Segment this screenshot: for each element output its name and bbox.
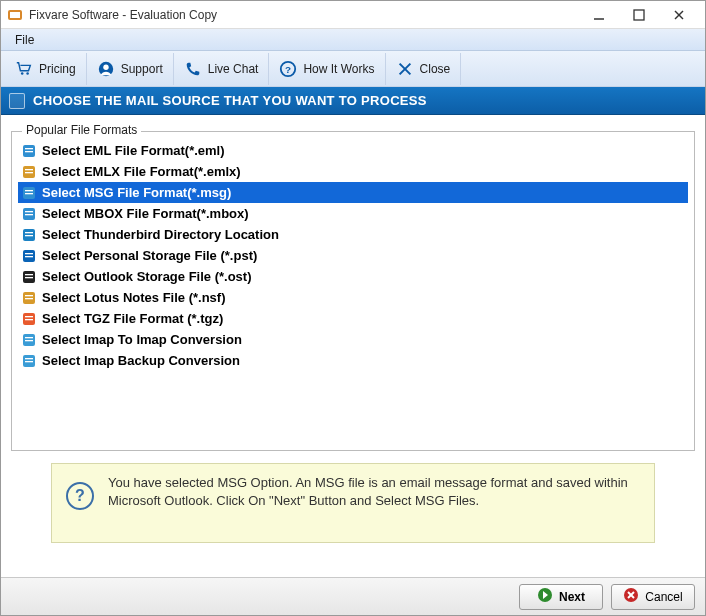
file-format-icon xyxy=(22,270,36,284)
format-label: Select EMLX File Format(*.emlx) xyxy=(42,164,241,179)
format-label: Select EML File Format(*.eml) xyxy=(42,143,225,158)
step-banner: CHOOSE THE MAIL SOURCE THAT YOU WANT TO … xyxy=(1,87,705,115)
format-option[interactable]: Select TGZ File Format (*.tgz) xyxy=(18,308,688,329)
close-icon xyxy=(396,60,414,78)
format-label: Select TGZ File Format (*.tgz) xyxy=(42,311,223,326)
app-window: Fixvare Software - Evaluation Copy File … xyxy=(0,0,706,616)
svg-rect-42 xyxy=(25,337,33,338)
svg-rect-33 xyxy=(25,274,33,275)
app-icon xyxy=(7,7,23,23)
formats-legend: Popular File Formats xyxy=(22,123,141,137)
banner-icon xyxy=(9,93,25,109)
svg-point-9 xyxy=(103,64,108,69)
formats-fieldset: Popular File Formats Select EML File For… xyxy=(11,131,695,451)
svg-rect-18 xyxy=(25,169,33,170)
howitworks-label: How It Works xyxy=(303,62,374,76)
cancel-button[interactable]: Cancel xyxy=(611,584,695,610)
svg-rect-28 xyxy=(25,235,33,236)
svg-rect-36 xyxy=(25,295,33,296)
svg-rect-1 xyxy=(10,12,20,18)
format-option[interactable]: Select EML File Format(*.eml) xyxy=(18,140,688,161)
svg-rect-34 xyxy=(25,277,33,278)
headset-icon xyxy=(97,60,115,78)
svg-rect-16 xyxy=(25,151,33,152)
svg-rect-21 xyxy=(25,190,33,191)
menu-file[interactable]: File xyxy=(7,31,42,49)
support-label: Support xyxy=(121,62,163,76)
file-format-icon xyxy=(22,207,36,221)
support-button[interactable]: Support xyxy=(87,53,174,85)
svg-point-6 xyxy=(21,72,24,75)
question-icon: ? xyxy=(279,60,297,78)
format-option[interactable]: Select MSG File Format(*.msg) xyxy=(18,182,688,203)
format-label: Select Lotus Notes File (*.nsf) xyxy=(42,290,225,305)
format-option[interactable]: Select Personal Storage File (*.pst) xyxy=(18,245,688,266)
info-icon: ? xyxy=(66,482,94,510)
minimize-button[interactable] xyxy=(579,2,619,28)
info-box: ? You have selected MSG Option. An MSG f… xyxy=(51,463,655,543)
file-format-icon xyxy=(22,186,36,200)
format-list: Select EML File Format(*.eml)Select EMLX… xyxy=(18,140,688,371)
titlebar: Fixvare Software - Evaluation Copy xyxy=(1,1,705,29)
close-window-button[interactable] xyxy=(659,2,699,28)
file-format-icon xyxy=(22,354,36,368)
file-format-icon xyxy=(22,144,36,158)
info-text: You have selected MSG Option. An MSG fil… xyxy=(108,474,640,509)
livechat-button[interactable]: Live Chat xyxy=(174,53,270,85)
svg-point-7 xyxy=(26,72,29,75)
pricing-label: Pricing xyxy=(39,62,76,76)
format-label: Select Thunderbird Directory Location xyxy=(42,227,279,242)
phone-icon xyxy=(184,60,202,78)
content-area: Popular File Formats Select EML File For… xyxy=(1,115,705,577)
format-label: Select Imap Backup Conversion xyxy=(42,353,240,368)
cart-icon xyxy=(15,60,33,78)
next-button[interactable]: Next xyxy=(519,584,603,610)
cancel-label: Cancel xyxy=(645,590,682,604)
howitworks-button[interactable]: ? How It Works xyxy=(269,53,385,85)
footer: Next Cancel xyxy=(1,577,705,615)
format-option[interactable]: Select Lotus Notes File (*.nsf) xyxy=(18,287,688,308)
svg-rect-19 xyxy=(25,172,33,173)
close-toolbar-button[interactable]: Close xyxy=(386,53,462,85)
toolbar: Pricing Support Live Chat ? How It Works… xyxy=(1,51,705,87)
format-label: Select Imap To Imap Conversion xyxy=(42,332,242,347)
format-option[interactable]: Select EMLX File Format(*.emlx) xyxy=(18,161,688,182)
format-option[interactable]: Select Thunderbird Directory Location xyxy=(18,224,688,245)
pricing-button[interactable]: Pricing xyxy=(5,53,87,85)
menubar: File xyxy=(1,29,705,51)
svg-rect-24 xyxy=(25,211,33,212)
format-option[interactable]: Select Imap Backup Conversion xyxy=(18,350,688,371)
svg-rect-45 xyxy=(25,358,33,359)
maximize-button[interactable] xyxy=(619,2,659,28)
file-format-icon xyxy=(22,333,36,347)
svg-rect-15 xyxy=(25,148,33,149)
cancel-icon xyxy=(623,587,639,606)
file-format-icon xyxy=(22,291,36,305)
svg-text:?: ? xyxy=(285,63,291,74)
file-format-icon xyxy=(22,312,36,326)
close-label: Close xyxy=(420,62,451,76)
format-label: Select MSG File Format(*.msg) xyxy=(42,185,231,200)
svg-rect-3 xyxy=(634,10,644,20)
format-option[interactable]: Select Outlook Storage File (*.ost) xyxy=(18,266,688,287)
svg-rect-40 xyxy=(25,319,33,320)
format-option[interactable]: Select Imap To Imap Conversion xyxy=(18,329,688,350)
format-label: Select Outlook Storage File (*.ost) xyxy=(42,269,251,284)
format-option[interactable]: Select MBOX File Format(*.mbox) xyxy=(18,203,688,224)
file-format-icon xyxy=(22,228,36,242)
svg-rect-37 xyxy=(25,298,33,299)
format-label: Select MBOX File Format(*.mbox) xyxy=(42,206,249,221)
svg-rect-22 xyxy=(25,193,33,194)
svg-rect-25 xyxy=(25,214,33,215)
format-label: Select Personal Storage File (*.pst) xyxy=(42,248,257,263)
next-label: Next xyxy=(559,590,585,604)
file-format-icon xyxy=(22,165,36,179)
svg-rect-43 xyxy=(25,340,33,341)
window-title: Fixvare Software - Evaluation Copy xyxy=(29,8,579,22)
svg-rect-27 xyxy=(25,232,33,233)
arrow-right-icon xyxy=(537,587,553,606)
svg-rect-30 xyxy=(25,253,33,254)
banner-title: CHOOSE THE MAIL SOURCE THAT YOU WANT TO … xyxy=(33,93,427,108)
file-format-icon xyxy=(22,249,36,263)
svg-rect-39 xyxy=(25,316,33,317)
